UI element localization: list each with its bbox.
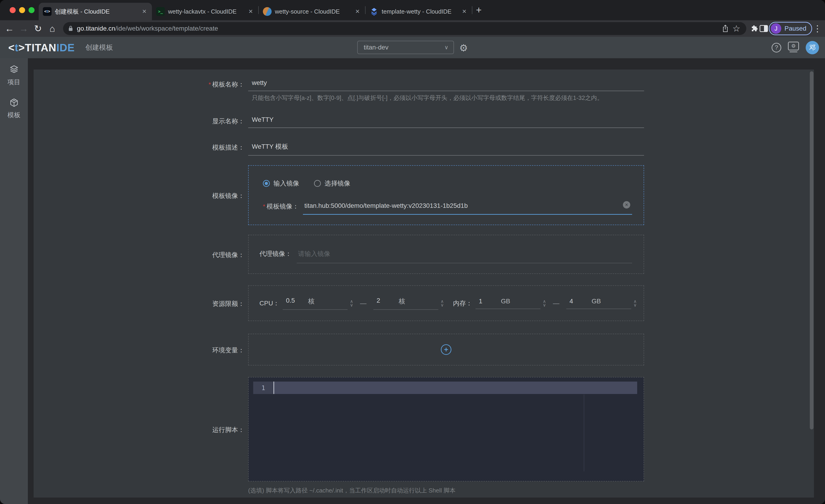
editor-active-line: 1 bbox=[253, 382, 637, 394]
console-settings-icon[interactable]: ⚙ bbox=[788, 41, 799, 54]
tab-title: template-wetty - CloudIDE bbox=[382, 8, 458, 15]
tab-title: wetty-lackavtx - CloudIDE bbox=[168, 8, 244, 15]
range-dash: — bbox=[360, 300, 366, 307]
tab-close-icon[interactable]: ✕ bbox=[354, 8, 361, 15]
proxy-image-group: 代理镜像： 请输入镜像 bbox=[248, 235, 644, 274]
app-header: <t>TITANIDE 创建模板 titan-dev ∨ ⚙ ? ⚙ 邓 bbox=[0, 37, 825, 58]
workspace-select-value: titan-dev bbox=[364, 44, 388, 51]
extensions-puzzle-icon[interactable] bbox=[750, 24, 759, 33]
range-dash: — bbox=[553, 300, 559, 307]
run-script-hint: (选填) 脚本将写入路径 ~/.cache/.init，当工作区启动时自动运行以… bbox=[248, 487, 456, 495]
cpu-max-stepper[interactable]: ∧∨ bbox=[441, 300, 444, 307]
radio-input-image-label[interactable]: 输入镜像 bbox=[274, 179, 299, 188]
page-title: 创建模板 bbox=[85, 43, 113, 52]
tab-strip: <t> 创建模板 - CloudIDE ✕ >_ wetty-lackavtx … bbox=[0, 0, 825, 20]
sidebar-item-label: 项目 bbox=[8, 78, 20, 87]
avatar: J bbox=[771, 23, 781, 34]
workspace-select[interactable]: titan-dev ∨ bbox=[357, 41, 454, 54]
share-icon[interactable] bbox=[722, 24, 729, 33]
mem-min-stepper[interactable]: ∧∨ bbox=[543, 300, 546, 307]
template-image-input[interactable]: titan.hub:5000/demo/template-wetty:v2023… bbox=[303, 201, 632, 215]
display-name-input[interactable]: WeTTY bbox=[248, 116, 644, 128]
reload-icon[interactable]: ↻ bbox=[31, 22, 45, 35]
browser-window: <t> 创建模板 - CloudIDE ✕ >_ wetty-lackavtx … bbox=[0, 0, 825, 504]
zoom-window-button[interactable] bbox=[28, 7, 34, 13]
env-vars-group: + bbox=[248, 334, 644, 365]
tab-create-template[interactable]: <t> 创建模板 - CloudIDE ✕ bbox=[39, 3, 152, 20]
cpu-min-stepper[interactable]: ∧∨ bbox=[350, 300, 353, 307]
field-label-run-script: 运行脚本： bbox=[33, 426, 244, 434]
run-script-editor[interactable]: 1 bbox=[248, 377, 644, 482]
add-env-var-button[interactable]: + bbox=[441, 344, 451, 355]
editor-ruler bbox=[584, 395, 584, 471]
help-icon[interactable]: ? bbox=[771, 43, 781, 53]
radio-select-image[interactable] bbox=[314, 180, 321, 187]
mem-max-input[interactable]: 4GB bbox=[566, 298, 631, 309]
field-label-template-name: *模板名称： bbox=[33, 80, 244, 89]
status-badge: Paused bbox=[784, 25, 806, 32]
required-mark: * bbox=[263, 203, 265, 210]
required-mark: * bbox=[209, 81, 211, 88]
minimize-window-button[interactable] bbox=[19, 7, 25, 13]
field-label-proxy-image: 代理镜像： bbox=[33, 251, 244, 259]
field-label-env-vars: 环境变量： bbox=[33, 346, 244, 355]
tab-wetty-source[interactable]: wetty-source - CloudIDE ✕ bbox=[259, 3, 365, 20]
resources-group: CPU： 0.5核 ∧∨ — 2核 ∧∨ 内存： 1GB ∧∨ — 4GB ∧∨ bbox=[248, 285, 644, 321]
editor-cursor bbox=[274, 382, 274, 394]
template-name-input[interactable]: wetty bbox=[248, 79, 644, 91]
back-icon[interactable]: ← bbox=[3, 22, 16, 35]
proxy-image-input[interactable]: 请输入镜像 bbox=[297, 248, 632, 263]
tab-template-wetty[interactable]: template-wetty - CloudIDE ✕ bbox=[366, 3, 472, 20]
titanide-favicon: <t> bbox=[43, 7, 52, 16]
home-icon[interactable]: ⌂ bbox=[46, 22, 59, 35]
template-name-hint: 只能包含小写字母[a-z]、数字[0-9]、点[.]与破折号[-]，必须以小写字… bbox=[248, 94, 644, 102]
browser-toolbar: ← → ↻ ⌂ go.titanide.cn/ide/web/workspace… bbox=[0, 20, 825, 37]
titanide-logo[interactable]: <t>TITANIDE bbox=[8, 41, 75, 54]
sidebar-item-templates[interactable]: 模板 bbox=[8, 98, 20, 119]
forward-icon[interactable]: → bbox=[17, 22, 30, 35]
workspace-area: 项目 模板 *模板名称： wetty 只能包含小写字母[a-z]、数字[0-9]… bbox=[0, 58, 825, 504]
editor-line-number: 1 bbox=[253, 382, 274, 394]
inner-label-proxy-image: 代理镜像： bbox=[259, 248, 292, 258]
tab-title: 创建模板 - CloudIDE bbox=[55, 8, 138, 16]
radio-select-image-label[interactable]: 选择镜像 bbox=[324, 179, 350, 188]
layers-icon bbox=[9, 64, 19, 76]
create-template-form: *模板名称： wetty 只能包含小写字母[a-z]、数字[0-9]、点[.]与… bbox=[33, 70, 814, 498]
new-tab-button[interactable]: + bbox=[472, 4, 485, 17]
workspace-settings-gear-icon[interactable]: ⚙ bbox=[459, 43, 468, 54]
browser-menu-icon[interactable]: ⋮ bbox=[813, 23, 821, 33]
lock-icon bbox=[68, 25, 73, 32]
inner-label-template-image: *模板镜像： bbox=[263, 201, 299, 211]
terminal-favicon: >_ bbox=[156, 7, 165, 16]
cube-icon bbox=[9, 98, 19, 109]
template-desc-input[interactable]: WeTTY 模板 bbox=[248, 142, 644, 156]
mem-min-input[interactable]: 1GB bbox=[475, 298, 540, 309]
url-text: go.titanide.cn/ide/web/workspace/templat… bbox=[77, 25, 218, 32]
tab-wetty-lackavtx[interactable]: >_ wetty-lackavtx - CloudIDE ✕ bbox=[152, 3, 258, 20]
clear-input-icon[interactable]: ✕ bbox=[623, 201, 630, 208]
profile-chip[interactable]: J Paused bbox=[769, 22, 812, 35]
radio-input-image[interactable] bbox=[263, 180, 270, 187]
side-panel-icon[interactable] bbox=[760, 25, 768, 32]
cpu-label: CPU： bbox=[259, 299, 280, 308]
user-avatar[interactable]: 邓 bbox=[806, 41, 819, 54]
field-label-template-image: 模板镜像： bbox=[33, 191, 244, 200]
wetty-favicon bbox=[263, 7, 272, 16]
tab-close-icon[interactable]: ✕ bbox=[247, 8, 254, 15]
field-label-resources: 资源限额： bbox=[33, 300, 244, 308]
tab-close-icon[interactable]: ✕ bbox=[461, 8, 468, 15]
cpu-min-input[interactable]: 0.5核 bbox=[283, 297, 348, 310]
bookmark-star-icon[interactable]: ☆ bbox=[733, 23, 740, 33]
scrollbar-thumb[interactable] bbox=[810, 71, 814, 429]
mem-max-stepper[interactable]: ∧∨ bbox=[633, 300, 637, 307]
side-rail: 项目 模板 bbox=[0, 58, 28, 504]
field-label-template-desc: 模板描述： bbox=[33, 143, 244, 152]
tab-title: wetty-source - CloudIDE bbox=[275, 8, 351, 15]
address-bar[interactable]: go.titanide.cn/ide/web/workspace/templat… bbox=[63, 22, 746, 35]
close-window-button[interactable] bbox=[10, 7, 16, 13]
cpu-max-input[interactable]: 2核 bbox=[373, 297, 438, 310]
template-image-group: 输入镜像 选择镜像 *模板镜像： titan.hub:5000/demo/tem… bbox=[248, 165, 644, 225]
sidebar-item-projects[interactable]: 项目 bbox=[8, 64, 20, 87]
traffic-lights bbox=[0, 0, 39, 20]
tab-close-icon[interactable]: ✕ bbox=[141, 8, 148, 15]
